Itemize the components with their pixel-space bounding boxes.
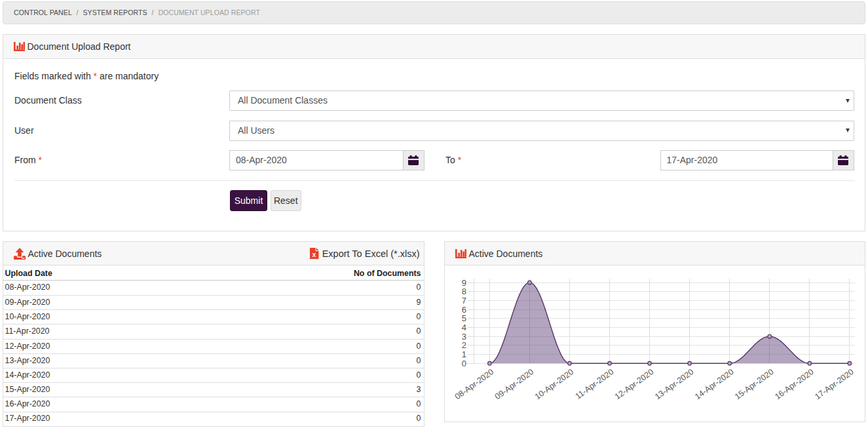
svg-text:15-Apr-2020: 15-Apr-2020 xyxy=(733,367,775,401)
svg-text:10-Apr-2020: 10-Apr-2020 xyxy=(533,367,575,401)
svg-text:09-Apr-2020: 09-Apr-2020 xyxy=(493,367,535,401)
svg-text:16-Apr-2020: 16-Apr-2020 xyxy=(773,367,815,401)
svg-text:4: 4 xyxy=(462,323,466,332)
svg-text:1: 1 xyxy=(462,349,466,359)
svg-text:7: 7 xyxy=(462,296,466,306)
svg-text:5: 5 xyxy=(462,313,466,323)
svg-text:12-Apr-2020: 12-Apr-2020 xyxy=(613,367,655,401)
svg-text:11-Apr-2020: 11-Apr-2020 xyxy=(574,367,616,401)
svg-text:6: 6 xyxy=(462,305,466,315)
svg-text:17-Apr-2020: 17-Apr-2020 xyxy=(813,367,855,401)
svg-text:8: 8 xyxy=(462,286,466,296)
svg-text:13-Apr-2020: 13-Apr-2020 xyxy=(653,367,695,401)
svg-text:3: 3 xyxy=(462,332,466,342)
svg-text:2: 2 xyxy=(462,340,466,350)
svg-text:9: 9 xyxy=(462,278,466,288)
svg-text:x: x xyxy=(312,250,316,258)
svg-text:0: 0 xyxy=(462,359,466,368)
svg-text:14-Apr-2020: 14-Apr-2020 xyxy=(693,367,735,401)
svg-text:08-Apr-2020: 08-Apr-2020 xyxy=(453,367,495,401)
